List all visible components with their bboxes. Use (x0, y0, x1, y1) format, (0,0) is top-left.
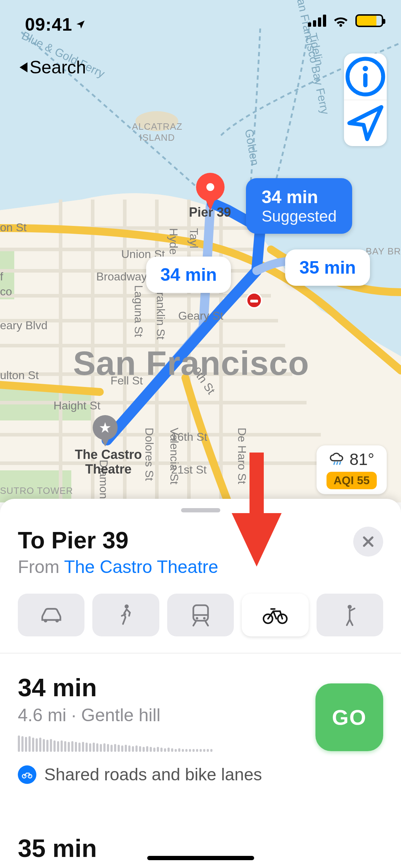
poi-baybridge: BAY BR (366, 246, 401, 257)
svg-point-25 (55, 619, 58, 622)
close-icon (361, 534, 375, 549)
mode-cycle[interactable] (242, 594, 308, 636)
svg-point-19 (363, 66, 368, 71)
back-to-search[interactable]: Search (20, 57, 86, 78)
svg-point-30 (203, 617, 205, 620)
home-indicator[interactable] (147, 856, 254, 860)
svg-point-26 (125, 604, 129, 608)
back-chevron-icon (20, 62, 27, 72)
svg-point-24 (44, 619, 47, 622)
map-info-button[interactable] (344, 53, 387, 100)
location-arrow-icon (344, 100, 387, 146)
svg-line-22 (337, 462, 338, 464)
close-button[interactable] (353, 527, 383, 557)
mode-rideshare[interactable] (317, 594, 383, 636)
svg-line-21 (334, 462, 335, 464)
walk-icon (113, 604, 139, 626)
weather-temp: 81° (350, 450, 375, 469)
svg-rect-20 (363, 73, 367, 87)
route-bubble-suggested[interactable]: 34 min Suggested (246, 178, 352, 234)
bike-badge-icon (18, 765, 36, 784)
poi-sutro: SUTRO TOWER (0, 485, 73, 496)
signal-icon (308, 15, 326, 27)
aqi-badge: AQI 55 (327, 472, 377, 489)
map-locate-button[interactable] (344, 100, 387, 146)
poi-alcatraz: ALCATRAZISLAND (132, 121, 182, 143)
destination-title: To Pier 39 (18, 527, 218, 554)
info-icon (344, 53, 387, 100)
rideshare-icon (336, 604, 363, 626)
directions-sheet[interactable]: To Pier 39 From The Castro Theatre (0, 499, 401, 868)
rain-cloud-icon (329, 452, 346, 466)
route-sub: 4.6 mi · Gentle hill (18, 705, 315, 725)
origin-pin-label: The CastroTheatre (75, 447, 142, 477)
annotation-arrow-icon (232, 453, 282, 567)
status-time: 09:41 (25, 14, 86, 35)
route-bubble-alt1[interactable]: 34 min (146, 257, 231, 293)
location-glyph-icon (75, 19, 86, 30)
bicycle-icon (262, 604, 288, 626)
destination-pin[interactable] (196, 173, 225, 201)
route-time: 34 min (18, 673, 315, 702)
svg-line-23 (340, 462, 340, 464)
wifi-icon (333, 15, 349, 27)
route-bubble-alt2[interactable]: 35 min (285, 249, 370, 286)
svg-rect-27 (193, 605, 208, 621)
elevation-sparkline (18, 735, 315, 752)
svg-point-33 (348, 605, 352, 609)
mode-transit[interactable] (167, 594, 234, 636)
weather-widget[interactable]: 81° AQI 55 (317, 445, 387, 494)
mode-drive[interactable] (18, 594, 84, 636)
mode-walk[interactable] (92, 594, 159, 636)
transit-icon (187, 604, 214, 626)
no-entry-icon (246, 292, 262, 309)
svg-point-29 (196, 617, 198, 620)
battery-icon (355, 14, 383, 27)
car-icon (38, 604, 65, 626)
origin-pin[interactable]: ★ (93, 415, 118, 440)
shared-roads-label: Shared roads and bike lanes (44, 765, 262, 784)
from-line: From The Castro Theatre (18, 557, 218, 577)
go-button[interactable]: GO (315, 683, 383, 751)
from-link[interactable]: The Castro Theatre (64, 557, 219, 577)
sheet-grabber[interactable] (181, 508, 220, 512)
